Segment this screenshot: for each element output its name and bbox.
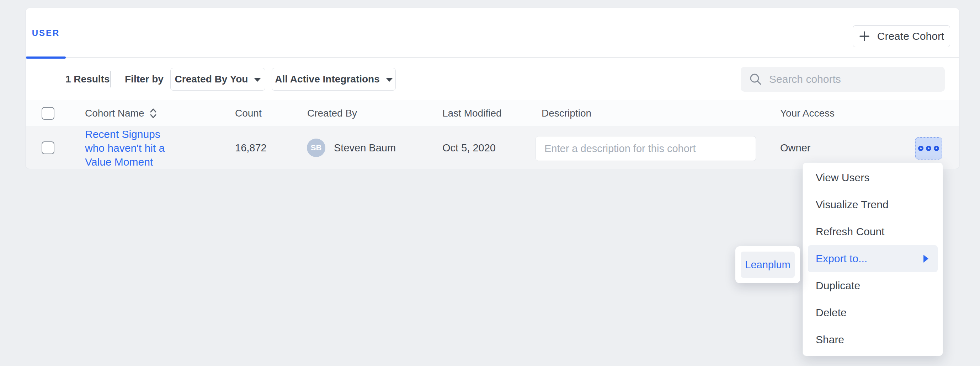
integrations-filter-dropdown[interactable]: All Active Integrations <box>272 68 396 90</box>
created-by-cell: SB Steven Baum <box>307 139 396 157</box>
menu-item-visualize-trend[interactable]: Visualize Trend <box>808 191 938 218</box>
create-cohort-label: Create Cohort <box>877 30 944 42</box>
caret-down-icon <box>254 78 261 82</box>
created-by-filter-dropdown[interactable]: Created By You <box>170 68 265 90</box>
menu-item-refresh-count[interactable]: Refresh Count <box>808 218 938 245</box>
row-checkbox[interactable] <box>41 141 54 154</box>
tab-user-label: USER <box>32 28 60 38</box>
toolbar-divider <box>110 71 111 87</box>
column-header-description: Description <box>542 108 591 119</box>
column-header-cohort-name[interactable]: Cohort Name <box>85 108 157 119</box>
cohort-name-header-label: Cohort Name <box>85 108 144 119</box>
menu-item-export-to[interactable]: Export to... <box>808 245 938 272</box>
create-cohort-button[interactable]: Create Cohort <box>853 25 950 47</box>
menu-item-delete[interactable]: Delete <box>808 299 938 326</box>
search-cohorts-box <box>741 67 945 92</box>
integrations-filter-value: All Active Integrations <box>275 74 380 85</box>
results-count: 1 Results <box>65 74 110 85</box>
ellipsis-icon <box>918 146 939 151</box>
access-value: Owner <box>780 142 810 154</box>
search-icon <box>749 73 762 86</box>
column-header-last-modified: Last Modified <box>442 108 502 119</box>
column-header-your-access: Your Access <box>780 108 835 119</box>
row-actions-button[interactable] <box>915 137 942 160</box>
caret-down-icon <box>386 78 393 82</box>
menu-item-share[interactable]: Share <box>808 326 938 353</box>
tab-user[interactable]: USER <box>26 8 66 58</box>
plus-icon <box>859 30 870 42</box>
filter-toolbar: 1 Results Filter by Created By You All A… <box>26 59 959 100</box>
table-header: Cohort Name Count Created By Last Modifi… <box>26 100 959 127</box>
sort-updown-icon[interactable] <box>150 108 157 119</box>
submenu-item-leanplum[interactable]: Leanplum <box>741 252 795 278</box>
cohorts-card: USER Create Cohort 1 Results Filter by C… <box>25 8 959 168</box>
menu-item-duplicate[interactable]: Duplicate <box>808 272 938 299</box>
last-modified-value: Oct 5, 2020 <box>442 142 496 154</box>
export-to-label: Export to... <box>816 253 867 265</box>
cohort-name-link[interactable]: Recent Signups who haven't hit a Value M… <box>85 127 182 169</box>
cohort-count-value: 16,872 <box>235 142 267 154</box>
created-by-filter-value: Created By You <box>175 74 248 85</box>
menu-item-view-users[interactable]: View Users <box>808 164 938 191</box>
column-header-created-by: Created By <box>307 108 357 119</box>
column-header-count: Count <box>235 108 262 119</box>
row-actions-menu: View Users Visualize Trend Refresh Count… <box>803 162 943 356</box>
cohorts-page: USER Create Cohort 1 Results Filter by C… <box>0 0 980 366</box>
select-all-checkbox[interactable] <box>41 107 54 120</box>
created-by-name: Steven Baum <box>334 142 396 154</box>
tab-bar: USER Create Cohort <box>26 8 959 58</box>
search-cohorts-input[interactable] <box>769 73 936 85</box>
arrow-right-icon <box>923 254 929 263</box>
filter-by-label: Filter by <box>125 74 164 85</box>
export-submenu: Leanplum <box>735 246 800 283</box>
description-input[interactable] <box>536 136 756 161</box>
avatar: SB <box>307 139 325 157</box>
